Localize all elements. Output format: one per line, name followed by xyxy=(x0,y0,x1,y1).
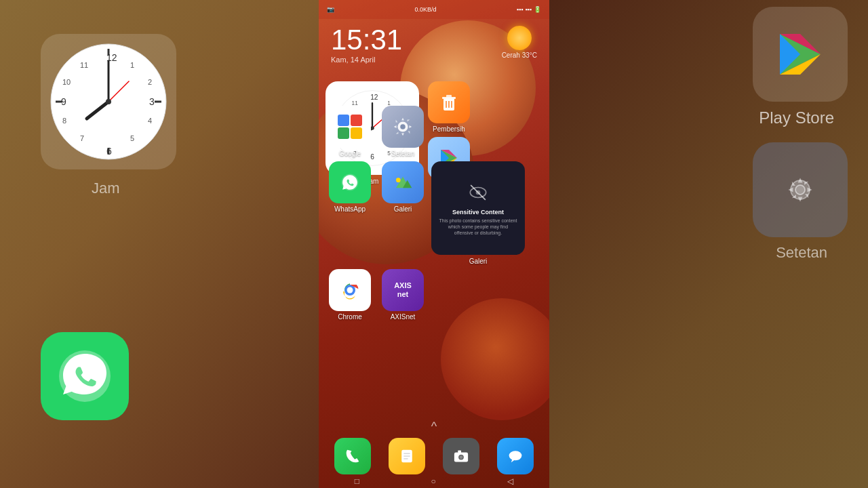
sensitive-title: Sensitive Content xyxy=(452,209,504,216)
svg-point-66 xyxy=(460,455,463,459)
left-clock-svg: 12 3 6 9 1 2 4 5 7 8 10 11 xyxy=(47,41,170,163)
dock-camera[interactable] xyxy=(437,438,486,474)
phone-screen: 📷 0.0KB/d ▪▪▪ ▪▪▪ 🔋 15:31 Kam, 14 April … xyxy=(319,0,549,488)
svg-text:12: 12 xyxy=(370,94,378,101)
right-settings-container xyxy=(753,142,848,237)
whatsapp-bubble-icon xyxy=(340,172,360,192)
pembersih-icon[interactable] xyxy=(428,81,470,123)
svg-text:10: 10 xyxy=(62,78,71,86)
app-axisnet[interactable]: AXISnet AXISnet xyxy=(378,269,427,321)
app-grid: 12 3 6 9 1 2 4 5 7 8 10 11 xyxy=(326,81,542,321)
google-label: Google xyxy=(339,150,361,157)
right-playstore-icon xyxy=(773,27,827,81)
nav-bar: □ ○ ◁ xyxy=(319,474,549,488)
right-playstore-label: Play Store xyxy=(759,108,834,127)
chevron-up-icon[interactable]: ^ xyxy=(431,420,437,434)
whatsapp-icon[interactable] xyxy=(329,161,371,203)
left-whatsapp-container xyxy=(41,332,129,420)
status-center: 0.0KB/d xyxy=(414,6,436,13)
time-weather: 15:31 Kam, 14 April Cerah 33°C xyxy=(319,20,549,69)
svg-text:8: 8 xyxy=(62,117,66,125)
dock-phone[interactable] xyxy=(328,438,377,474)
sensitive-content-box: Sensitive Content This photo contains se… xyxy=(431,161,525,255)
app-whatsapp[interactable]: WhatsApp xyxy=(326,161,374,265)
svg-text:6: 6 xyxy=(106,146,112,157)
weather-block: Cerah 33°C xyxy=(502,26,537,59)
app-galeri-row3[interactable]: Galeri xyxy=(378,161,427,265)
google-grid xyxy=(338,115,362,139)
svg-point-50 xyxy=(400,124,406,129)
camera-status-icon: 📷 xyxy=(327,6,334,13)
settings-icon[interactable] xyxy=(382,106,424,148)
galeri-mountains-icon[interactable] xyxy=(382,161,424,203)
google-icon[interactable] xyxy=(329,106,371,148)
svg-text:7: 7 xyxy=(80,134,84,142)
nav-back-btn[interactable]: ◁ xyxy=(507,476,513,486)
app-chrome[interactable]: Chrome xyxy=(326,269,374,321)
row4-container: WhatsApp Galeri xyxy=(326,161,542,265)
weather-text: Cerah 33°C xyxy=(502,52,537,59)
svg-point-75 xyxy=(795,185,805,195)
g-green xyxy=(338,127,349,139)
axisnet-label: AXISnet xyxy=(391,313,416,321)
svg-text:1: 1 xyxy=(130,61,134,69)
right-playstore-container xyxy=(753,7,848,102)
status-right: ▪▪▪ ▪▪▪ 🔋 xyxy=(517,6,541,13)
axisnet-icon[interactable]: AXISnet xyxy=(382,269,424,311)
chrome-label: Chrome xyxy=(338,313,362,321)
sensitive-description: This photo contains sensitive content wh… xyxy=(438,218,518,236)
status-bar: 📷 0.0KB/d ▪▪▪ ▪▪▪ 🔋 xyxy=(319,0,549,19)
trash-icon xyxy=(437,90,461,115)
svg-text:3: 3 xyxy=(149,96,155,107)
app-settings[interactable]: Setetan xyxy=(378,106,427,157)
dock-messages[interactable] xyxy=(491,438,540,474)
right-settings-label: Setetan xyxy=(776,244,827,262)
svg-rect-67 xyxy=(458,450,461,453)
svg-text:11: 11 xyxy=(80,61,88,69)
chevron-up-area[interactable]: ^ xyxy=(319,420,549,434)
wifi-icon: ▪▪▪ xyxy=(525,6,532,13)
clock-time: 15:31 xyxy=(331,26,402,54)
camera-lens-icon[interactable] xyxy=(443,438,479,474)
left-whatsapp-icon xyxy=(54,346,115,407)
galeri-sensitive-label: Galeri xyxy=(469,258,488,265)
weather-sun-icon xyxy=(507,26,532,50)
right-panel: Play Store Setetan xyxy=(549,0,868,488)
camera-body-icon xyxy=(452,447,471,466)
g-blue xyxy=(338,115,349,126)
svg-rect-41 xyxy=(446,95,452,98)
phone-call-icon[interactable] xyxy=(334,438,371,474)
galeri-row3-label: Galeri xyxy=(394,205,412,213)
app-google[interactable]: Google xyxy=(326,106,374,157)
gear-icon xyxy=(391,115,414,138)
notes-pad-icon[interactable] xyxy=(389,438,425,474)
status-left: 📷 xyxy=(327,6,334,13)
sensitive-wrap: Sensitive Content This photo contains se… xyxy=(431,161,525,265)
svg-text:5: 5 xyxy=(130,134,134,142)
speech-bubble-icon xyxy=(506,447,525,466)
chrome-icon[interactable] xyxy=(329,269,371,311)
network-speed: 0.0KB/d xyxy=(414,6,436,13)
eye-slash-icon xyxy=(468,182,488,203)
svg-text:4: 4 xyxy=(148,117,152,125)
phone-handset-icon xyxy=(343,447,362,466)
svg-point-68 xyxy=(509,451,522,460)
dock-notes[interactable] xyxy=(382,438,431,474)
dock xyxy=(326,438,542,474)
nav-recent-btn[interactable]: □ xyxy=(355,476,359,486)
g-yellow xyxy=(351,127,362,139)
sensitive-eye-icon xyxy=(466,180,490,205)
signal-icon: ▪▪▪ xyxy=(517,6,524,13)
axisnet-text: AXISnet xyxy=(394,281,412,299)
right-settings-icon xyxy=(776,166,824,214)
notepad-icon xyxy=(397,447,416,466)
messages-bubble-icon[interactable] xyxy=(497,438,534,474)
settings-label: Setetan xyxy=(391,150,414,157)
row5-container: Chrome AXISnet AXISnet xyxy=(326,269,542,321)
nav-home-btn[interactable]: ○ xyxy=(431,476,436,486)
left-jam-label: Jam xyxy=(92,180,120,197)
svg-text:9: 9 xyxy=(61,96,66,107)
svg-point-20 xyxy=(106,99,111,104)
app-pembersih[interactable]: Pembersih xyxy=(425,81,473,133)
svg-text:2: 2 xyxy=(148,78,152,86)
